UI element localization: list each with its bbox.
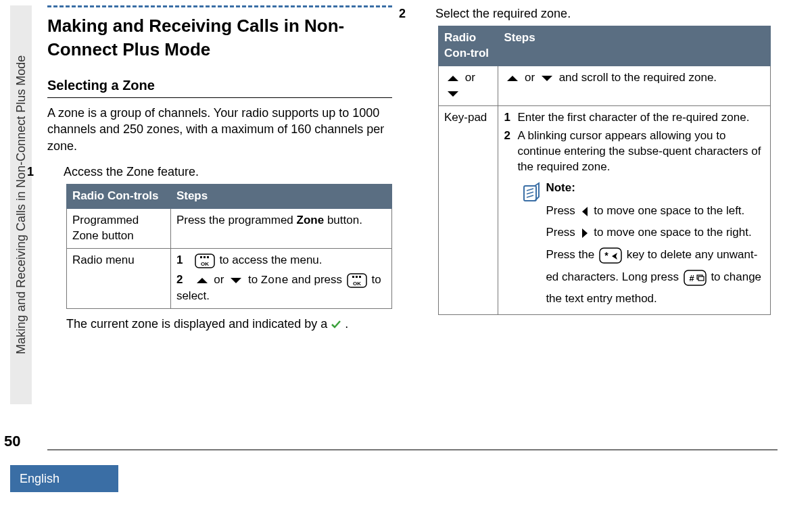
svg-text:#: # — [689, 273, 694, 283]
down-arrow-icon — [540, 70, 554, 86]
right-arrow-icon — [580, 222, 590, 244]
cell-programmed-zone: Programmed Zone button — [67, 209, 171, 249]
step-2-number: 2 — [419, 5, 435, 22]
up-arrow-icon — [195, 272, 210, 288]
up-arrow-icon — [446, 70, 460, 86]
svg-rect-16 — [698, 276, 704, 281]
intro-paragraph: A zone is a group of channels. Your radi… — [47, 105, 392, 154]
step-2-text: Select the required zone. — [435, 7, 571, 20]
table-row: Radio menu 1 OK to access the menu. 2 or — [67, 249, 392, 309]
vertical-tab-label: Making and Receiving Calls in Non-Connec… — [13, 55, 29, 354]
zone-access-table: Radio Con-trols Steps Programmed Zone bu… — [66, 184, 392, 309]
ok-button-icon: OK — [195, 253, 215, 268]
heading-underline — [47, 97, 392, 98]
check-icon — [331, 317, 345, 331]
th-radio-control: Radio Con-trol — [439, 26, 498, 66]
step-1-number: 1 — [47, 164, 64, 180]
step-1: 1Access the Zone feature. — [68, 164, 392, 180]
svg-text:*: * — [604, 250, 608, 261]
svg-rect-11 — [600, 248, 621, 263]
hash-key-icon: # — [684, 266, 707, 288]
heading-sub: Selecting a Zone — [47, 76, 392, 95]
step-1-text: Access the Zone feature. — [64, 165, 199, 178]
svg-rect-6 — [352, 276, 354, 278]
svg-rect-3 — [207, 256, 209, 258]
table-header-row: Radio Con-trols Steps — [67, 185, 392, 209]
table-row: Programmed Zone button Press the program… — [67, 209, 392, 249]
heading-main: Making and Receiving Calls in Non-Connec… — [47, 14, 392, 62]
cell-keypad: Key-pad — [439, 106, 498, 315]
th-steps: Steps — [170, 185, 391, 209]
svg-rect-2 — [204, 256, 206, 258]
table-row: Key-pad 1 Enter the first character of t… — [439, 106, 771, 315]
page-number: 50 — [4, 431, 20, 452]
column-right: 2Select the required zone. Radio Con-tro… — [419, 0, 771, 322]
svg-rect-7 — [356, 276, 358, 278]
table-header-row: Radio Con-trol Steps — [439, 26, 771, 66]
star-key-icon: * — [599, 245, 622, 266]
vertical-section-tab: Making and Receiving Calls in Non-Connec… — [10, 5, 32, 404]
svg-rect-8 — [359, 276, 361, 278]
after-table-text: The current zone is displayed and indica… — [66, 316, 392, 332]
left-arrow-icon — [580, 200, 590, 222]
table-row: or or and scroll to the required zone. — [439, 66, 771, 106]
down-arrow-icon — [229, 272, 243, 288]
note-block: Note: Press to move one space to the lef… — [523, 180, 765, 310]
svg-text:OK: OK — [201, 261, 209, 267]
language-label: English — [20, 470, 59, 487]
language-badge: English — [10, 465, 118, 492]
cell-radio-menu: Radio menu — [67, 249, 171, 309]
cell-programmed-steps: Press the programmed Zone button. — [170, 209, 391, 249]
ok-button-icon: OK — [347, 272, 367, 288]
cell-keypad-steps: 1 Enter the first character of the re-qu… — [498, 106, 771, 315]
down-arrow-icon — [446, 86, 460, 101]
column-left: Making and Receiving Calls in Non-Connec… — [47, 0, 402, 341]
step-2: 2Select the required zone. — [439, 5, 771, 22]
dashed-divider — [47, 5, 392, 7]
th-steps: Steps — [498, 26, 771, 66]
zone-select-table: Radio Con-trol Steps or or and scroll to… — [438, 26, 771, 314]
up-arrow-icon — [505, 70, 520, 86]
note-icon — [523, 182, 540, 202]
footer-divider — [47, 450, 778, 450]
th-radio-controls: Radio Con-trols — [67, 185, 171, 209]
cell-radio-menu-steps: 1 OK to access the menu. 2 or to Zone an… — [170, 249, 391, 309]
svg-text:OK: OK — [353, 281, 361, 287]
cell-arrows: or — [439, 66, 498, 106]
svg-rect-1 — [200, 256, 202, 258]
note-text: Note: Press to move one space to the lef… — [546, 180, 765, 310]
cell-arrows-steps: or and scroll to the required zone. — [498, 66, 771, 106]
